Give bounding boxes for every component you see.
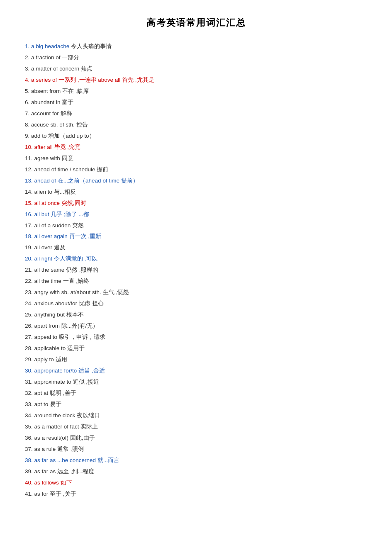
item-phrase: all at once 突然,同时 — [34, 200, 86, 206]
item-phrase: a series of 一系列 ,一连串 above all 首先 ,尤其是 — [31, 77, 154, 83]
item-phrase: account for — [31, 110, 59, 117]
item-phrase: anxious about/for — [34, 300, 78, 307]
list-item: 34. around the clock 夜以继日 — [25, 411, 367, 421]
item-number: 2. — [25, 54, 31, 61]
list-item: 5. absent from 不在 ,缺席 — [25, 86, 367, 97]
item-number: 39. — [25, 468, 34, 475]
list-item: 27. appeal to 吸引，申诉，请求 — [25, 332, 367, 343]
item-phrase: a big headache — [31, 43, 69, 49]
list-item: 40. as follows 如下 — [25, 478, 367, 488]
item-number: 12. — [25, 166, 34, 173]
list-item: 26. apart from 除...外(有/无） — [25, 321, 367, 331]
item-phrase: agree with — [34, 155, 60, 161]
item-number: 30. — [25, 368, 34, 374]
list-item: 25. anything but 根本不 — [25, 310, 367, 320]
item-phrase: all right 令人满意的 ,可以 — [34, 256, 98, 262]
item-phrase: as far as ...be concerned 就...而言 — [34, 457, 120, 463]
list-item: 3. a matter of concern 焦点 — [25, 64, 367, 74]
list-item: 21. all the same 仍然 ,照样的 — [25, 265, 367, 275]
item-phrase: as a matter of fact 实际上 — [34, 424, 98, 430]
item-phrase: ahead of time / schedule — [34, 166, 95, 173]
list-item: 23. angry with sb. at/about sth. 生气 ,愤怒 — [25, 287, 367, 298]
item-number: 40. — [25, 480, 34, 486]
item-phrase: accuse sb. of sth. — [31, 122, 75, 128]
list-item: 18. all over again 再一次 ,重新 — [25, 231, 367, 242]
item-phrase: abundant in — [31, 99, 61, 105]
item-number: 20. — [25, 256, 34, 262]
list-item: 24. anxious about/for 忧虑 担心 — [25, 299, 367, 309]
item-number: 19. — [25, 244, 34, 251]
item-phrase: all but 几乎 ;除了 ...都 — [34, 211, 89, 217]
item-meaning: 生气 ,愤怒 — [101, 289, 129, 295]
item-number: 7. — [25, 110, 31, 117]
item-meaning: 解释 — [59, 110, 72, 117]
item-number: 34. — [25, 412, 34, 419]
list-item: 4. a series of 一系列 ,一连串 above all 首先 ,尤其… — [25, 75, 367, 85]
item-phrase: appropriate for/to 适当 ,合适 — [34, 368, 105, 374]
item-meaning: 焦点 — [79, 66, 93, 72]
item-phrase: around the clock 夜以继日 — [34, 412, 100, 419]
item-number: 31. — [25, 379, 34, 385]
item-meaning: 令人头痛的事情 — [69, 43, 112, 49]
vocabulary-list: 1. a big headache 令人头痛的事情2. a fraction o… — [25, 41, 367, 499]
list-item: 12. ahead of time / schedule 提前 — [25, 165, 367, 175]
item-phrase: a matter of concern — [31, 66, 79, 72]
item-number: 4. — [25, 77, 31, 83]
item-phrase: all the time 一直 ,始终 — [34, 278, 90, 284]
item-meaning: 富于 — [61, 99, 74, 105]
item-phrase: ahead of 在...之前（ahead of time 提前） — [34, 178, 139, 184]
item-phrase: absent from — [31, 88, 61, 94]
item-number: 1. — [25, 43, 31, 49]
item-number: 27. — [25, 334, 34, 340]
list-item: 20. all right 令人满意的 ,可以 — [25, 254, 367, 264]
item-number: 29. — [25, 356, 34, 363]
item-phrase: apt at 聪明 ,善于 — [34, 390, 76, 396]
item-phrase: all the same 仍然 ,照样的 — [34, 267, 98, 273]
list-item: 38. as far as ...be concerned 就...而言 — [25, 455, 367, 466]
list-item: 6. abundant in 富于 — [25, 97, 367, 108]
item-phrase: as follows 如下 — [34, 480, 72, 486]
item-meaning: 适用于 — [66, 345, 85, 351]
item-number: 8. — [25, 122, 31, 128]
list-item: 1. a big headache 令人头痛的事情 — [25, 41, 367, 52]
item-phrase: all over again 再一次 ,重新 — [34, 233, 102, 239]
list-item: 30. appropriate for/to 适当 ,合适 — [25, 366, 367, 376]
item-number: 26. — [25, 323, 34, 329]
item-phrase: as for 至于 ,关于 — [34, 491, 76, 497]
item-phrase: apply to — [34, 356, 54, 363]
item-number: 16. — [25, 211, 34, 217]
item-phrase: all of a sudden 突然 — [34, 222, 84, 229]
item-meaning: 与...相反 — [52, 189, 76, 195]
item-phrase: add to 增加（add up to） — [31, 133, 95, 139]
item-meaning: 忧虑 担心 — [77, 300, 104, 307]
list-item: 19. all over 遍及 — [25, 243, 367, 253]
list-item: 13. ahead of 在...之前（ahead of time 提前） — [25, 176, 367, 186]
item-number: 35. — [25, 424, 34, 430]
list-item: 16. all but 几乎 ;除了 ...都 — [25, 209, 367, 220]
item-meaning: 提前 — [95, 166, 109, 173]
item-phrase: approximate to 近似 ,接近 — [34, 379, 100, 385]
list-item: 31. approximate to 近似 ,接近 — [25, 377, 367, 387]
item-number: 38. — [25, 457, 34, 463]
item-number: 3. — [25, 66, 31, 72]
list-item: 7. account for 解释 — [25, 109, 367, 119]
list-item: 14. alien to 与...相反 — [25, 187, 367, 197]
item-meaning: 不在 ,缺席 — [61, 88, 88, 94]
item-phrase: angry with sb. at/about sth. — [34, 289, 101, 295]
item-number: 32. — [25, 390, 34, 396]
item-phrase: as far as 远至 ,到...程度 — [34, 468, 94, 475]
item-phrase: applicable to — [34, 345, 66, 351]
list-item: 32. apt at 聪明 ,善于 — [25, 388, 367, 399]
item-number: 9. — [25, 133, 31, 139]
item-number: 41. — [25, 491, 34, 497]
item-phrase: alien to — [34, 189, 53, 195]
item-number: 28. — [25, 345, 34, 351]
item-number: 5. — [25, 88, 31, 94]
list-item: 36. as a result(of) 因此,由于 — [25, 433, 367, 443]
list-item: 9. add to 增加（add up to） — [25, 131, 367, 141]
item-phrase: after all 毕竟 ,究竟 — [34, 144, 81, 150]
list-item: 22. all the time 一直 ,始终 — [25, 276, 367, 287]
item-meaning: 一部分 — [61, 54, 80, 61]
item-phrase: appeal to 吸引，申诉，请求 — [34, 334, 105, 340]
list-item: 37. as a rule 通常 ,照例 — [25, 444, 367, 455]
